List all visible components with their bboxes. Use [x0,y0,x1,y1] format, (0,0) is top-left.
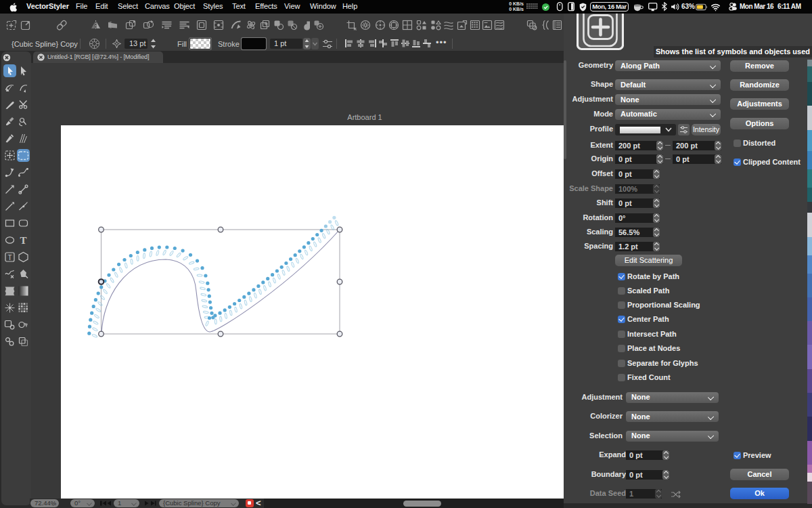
svg-text:T: T [20,235,27,246]
svg-text:T: T [8,254,12,261]
